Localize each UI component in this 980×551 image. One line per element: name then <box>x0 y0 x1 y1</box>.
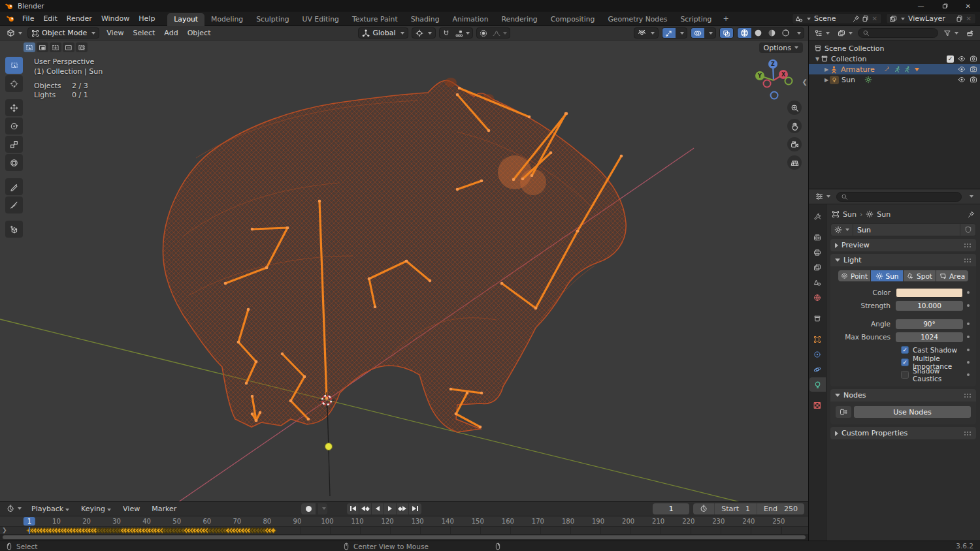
pin-id-icon[interactable] <box>968 211 975 218</box>
workspace-tab-modeling[interactable]: Modeling <box>204 13 250 26</box>
workspace-tab-scripting[interactable]: Scripting <box>674 13 718 26</box>
outliner-row-sun[interactable]: ▶ Sun <box>809 74 980 85</box>
expand-arrow[interactable]: ▶ <box>823 67 830 72</box>
editor-type-properties[interactable] <box>813 192 833 201</box>
workspace-tab-compositing[interactable]: Compositing <box>544 13 602 26</box>
menu-help[interactable]: Help <box>134 13 159 24</box>
datablock-type-dropdown[interactable] <box>831 224 853 236</box>
playhead-line[interactable] <box>29 527 30 534</box>
render-visibility-icon[interactable] <box>970 76 977 84</box>
object-visibility-dropdown[interactable] <box>634 27 659 39</box>
snap-toggle[interactable] <box>440 28 453 38</box>
overlays-toggle[interactable] <box>691 28 704 38</box>
hide-eye-icon[interactable] <box>958 76 966 84</box>
tab-output[interactable] <box>809 245 826 260</box>
navigation-gizmo[interactable]: Z Y X <box>751 56 798 103</box>
maximize-button[interactable] <box>941 3 949 10</box>
panel-light-header[interactable]: Light <box>830 254 976 266</box>
tool-select-box-button[interactable] <box>5 57 23 74</box>
sun-lamp-object[interactable] <box>325 404 333 496</box>
outliner-row-scene-collection[interactable]: Scene Collection <box>809 43 980 54</box>
menu-render[interactable]: Render <box>62 13 97 24</box>
tab-scene[interactable] <box>809 276 826 290</box>
properties-search-input[interactable] <box>836 192 962 202</box>
tool-rotate-button[interactable] <box>5 118 23 134</box>
sun-lamp-origin[interactable] <box>325 443 333 450</box>
light-type-point[interactable]: Point <box>838 270 870 281</box>
next-keyframe-button[interactable] <box>397 503 409 514</box>
outliner-row-collection[interactable]: ▼ Collection ✓ <box>809 54 980 64</box>
workspace-tab-rendering[interactable]: Rendering <box>495 13 544 26</box>
light-color-swatch[interactable] <box>896 288 963 298</box>
animate-dot[interactable] <box>967 349 970 351</box>
animate-dot[interactable] <box>967 361 970 364</box>
breadcrumb-data[interactable]: Sun <box>877 210 890 219</box>
cast-shadow-checkbox[interactable]: ✓ <box>901 346 909 354</box>
shading-dropdown[interactable] <box>792 28 804 38</box>
hide-eye-icon[interactable] <box>958 65 966 73</box>
select-mode-subtract[interactable] <box>63 42 74 52</box>
exclude-checkbox[interactable]: ✓ <box>947 55 954 63</box>
viewport-menu-object[interactable]: Object <box>183 27 216 39</box>
tab-object-data[interactable] <box>809 377 826 392</box>
shading-material-button[interactable] <box>765 28 779 38</box>
viewlayer-selector[interactable]: ViewLayer ✕ <box>886 13 976 24</box>
tool-scale-button[interactable] <box>5 136 23 153</box>
viewport-menu-view[interactable]: View <box>102 27 128 39</box>
workspace-tab-uv-editing[interactable]: UV Editing <box>296 13 346 26</box>
menu-file[interactable]: File <box>18 13 39 24</box>
panel-grip[interactable] <box>964 258 972 262</box>
multiple-importance-checkbox[interactable]: ✓ <box>901 358 909 366</box>
panel-nodes-header[interactable]: Nodes <box>830 389 976 401</box>
menu-window[interactable]: Window <box>97 13 134 24</box>
tab-view-layer[interactable] <box>809 260 826 275</box>
mode-dropdown[interactable]: Object Mode <box>27 27 99 39</box>
shading-wireframe-button[interactable] <box>738 28 751 38</box>
viewport-menu-select[interactable]: Select <box>128 27 159 39</box>
copy-scene-icon[interactable] <box>862 15 869 22</box>
workspace-tab-layout[interactable]: Layout <box>167 13 204 26</box>
camera-view-button[interactable] <box>787 137 802 151</box>
render-visibility-icon[interactable] <box>970 65 977 73</box>
gizmo-axis-neg-x[interactable] <box>763 80 772 88</box>
current-frame-indicator[interactable]: 1 <box>24 517 35 526</box>
select-mode-intersect[interactable] <box>76 42 88 52</box>
hide-eye-icon[interactable] <box>958 55 966 63</box>
tool-annotate-button[interactable] <box>5 178 23 195</box>
timeline-menu-playback[interactable]: Playback <box>27 503 74 514</box>
close-button[interactable]: ✕ <box>966 3 971 10</box>
minimize-button[interactable]: — <box>918 3 924 10</box>
timeline-ruler[interactable]: 1 10203040506070809010011012013014015016… <box>0 516 808 527</box>
tab-collection[interactable] <box>809 311 826 326</box>
tool-measure-button[interactable] <box>5 197 23 213</box>
sidebar-collapse-arrow[interactable]: ❮ <box>802 78 808 86</box>
snap-settings-dropdown[interactable] <box>453 28 472 38</box>
current-frame-field[interactable]: 1 <box>653 503 689 514</box>
xray-toggle[interactable] <box>720 28 733 38</box>
blender-menu-icon[interactable] <box>7 14 15 23</box>
light-type-area[interactable]: Area <box>936 270 968 281</box>
tool-move-button[interactable] <box>5 99 23 116</box>
overlays-dropdown[interactable] <box>704 28 715 38</box>
animate-dot[interactable] <box>967 291 970 294</box>
timeline-scrollbar[interactable] <box>0 534 808 541</box>
outliner-filter-button[interactable] <box>941 29 961 38</box>
strength-field[interactable]: 10.000 <box>896 301 963 311</box>
select-mode-new[interactable] <box>37 42 48 52</box>
tool-cursor-button[interactable] <box>5 75 23 92</box>
panel-custom-properties-header[interactable]: Custom Properties <box>830 427 976 439</box>
prev-keyframe-button[interactable] <box>359 503 372 514</box>
tab-tool[interactable] <box>809 210 826 224</box>
tab-object[interactable] <box>809 332 826 347</box>
workspace-tab-texture-paint[interactable]: Texture Paint <box>346 13 404 26</box>
animate-dot[interactable] <box>967 323 970 325</box>
pin-icon[interactable] <box>853 15 860 22</box>
tab-physics[interactable] <box>809 362 826 377</box>
tool-add-cube-button[interactable] <box>5 221 23 238</box>
light-type-sun[interactable]: Sun <box>871 270 903 281</box>
shading-solid-button[interactable] <box>751 28 765 38</box>
pan-hand-button[interactable] <box>787 119 802 133</box>
shading-rendered-button[interactable] <box>779 28 792 38</box>
gizmo-axis-neg-z[interactable] <box>770 91 779 100</box>
pivot-dropdown[interactable] <box>412 27 436 39</box>
